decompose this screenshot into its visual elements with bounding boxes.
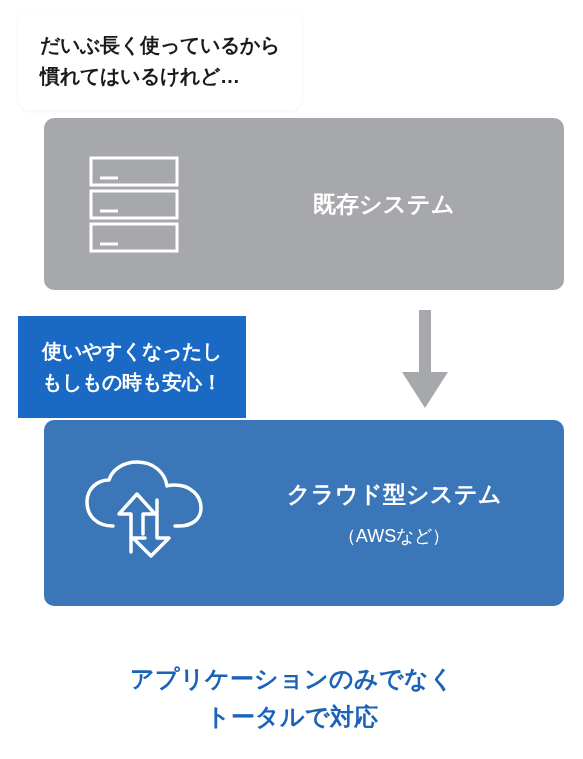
svg-rect-0	[91, 158, 177, 185]
existing-system-box: 既存システム	[44, 118, 564, 290]
cloud-system-label-sub: （AWSなど）	[244, 524, 544, 548]
server-icon	[44, 154, 224, 254]
svg-rect-6	[419, 310, 431, 378]
cloud-system-box: クラウド型システム （AWSなど）	[44, 420, 564, 606]
existing-system-label: 既存システム	[224, 189, 564, 220]
svg-rect-2	[91, 224, 177, 251]
svg-rect-1	[91, 191, 177, 218]
cloud-system-label-main: クラウド型システム	[244, 479, 544, 510]
callout-middle: 使いやすくなったし もしもの時も安心！	[18, 316, 246, 418]
footer-caption: アプリケーションのみでなく トータルで対応	[0, 660, 583, 737]
cloud-transfer-icon	[44, 458, 244, 568]
arrow-down-icon	[395, 305, 455, 415]
svg-marker-7	[402, 372, 448, 408]
callout-top: だいぶ長く使っているから 慣れてはいるけれど…	[18, 12, 302, 110]
